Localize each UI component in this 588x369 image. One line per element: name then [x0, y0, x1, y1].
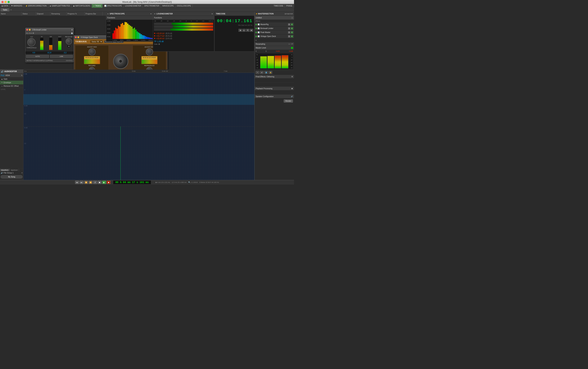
file-tab[interactable]: FILE — [1, 74, 4, 76]
vintage-close[interactable] — [75, 36, 77, 38]
master-bottom-icons: ≡ ⇌ 💧 🔒 — [255, 70, 294, 75]
brickwall-tool-1[interactable]: ≡ — [26, 32, 27, 34]
dc-icon: — — [1, 85, 3, 87]
envelope-tool[interactable]: 〜 Envelope — [0, 81, 23, 84]
link-button[interactable]: LINK — [50, 55, 73, 58]
waveform-tab[interactable]: Waveform — [0, 169, 10, 171]
loudness-menu[interactable]: ▼ — [211, 13, 213, 15]
tasks-close[interactable]: ✕ — [10, 9, 12, 11]
toolbar-tasks[interactable]: ✓ TASKS — [92, 4, 103, 8]
speaker-icon-btn[interactable]: 🔊 — [291, 95, 293, 97]
brickwall-bypass[interactable]: ◉ — [71, 29, 73, 31]
peak-e-btn[interactable]: E — [291, 31, 293, 33]
peak-effect-name: Peak Master — [260, 31, 287, 33]
play-btn[interactable]: ▶ — [102, 181, 106, 184]
water-icon-btn[interactable]: 💧 — [264, 71, 268, 74]
add-effect-btn[interactable]: + — [255, 39, 257, 42]
brickwall-active — [255, 28, 257, 29]
track-tab[interactable]: My Song — [1, 175, 22, 178]
brickwall-e-btn[interactable]: E — [291, 27, 293, 30]
col-elapsed: Elapsed — [36, 12, 50, 16]
repro-adjust-knob[interactable] — [146, 48, 153, 55]
list-icon-btn[interactable]: ≡ — [256, 71, 259, 74]
format-display: ℹ Stereo 32 bit F 44 100 Hz — [199, 181, 219, 183]
threshold-knob[interactable] — [27, 38, 35, 46]
toolbar-sampleattributes[interactable]: ◈ SAMPLEATTRIBUTES — [48, 4, 72, 8]
close-button[interactable] — [1, 1, 4, 3]
spec-close[interactable]: ✕ — [107, 13, 109, 15]
rewind-btn[interactable]: ⏪ — [84, 181, 88, 184]
masterrig-s-btn[interactable]: S — [288, 23, 290, 26]
masterrig-e-btn[interactable]: E — [291, 23, 293, 26]
brickwall-s-btn[interactable]: S — [288, 27, 290, 30]
toolbar-phase[interactable]: PHASE — [285, 4, 294, 8]
tc-up[interactable]: ▲ — [242, 29, 245, 32]
stop-btn[interactable]: ⏹ — [98, 181, 102, 184]
toolbar-loudnessmeter[interactable]: LOUDNESSMETER — [124, 4, 143, 8]
toolbar-data[interactable]: ▤ DATA — [0, 4, 10, 8]
toolbar-oscilloscope[interactable]: OSCILLOSCOPE — [175, 4, 192, 8]
tc-left[interactable]: ◀ — [239, 29, 242, 32]
lock-icon-btn[interactable]: 🔒 — [269, 71, 272, 74]
brickwall-save[interactable]: 💾 — [71, 32, 73, 34]
spectrum-tab[interactable]: Spectrum — [10, 169, 19, 171]
toolbar-errorcorrection[interactable]: ⚡ ERRORCORRECTION — [24, 4, 48, 8]
add-icon[interactable]: + — [21, 172, 22, 174]
prev-btn[interactable]: ⏭ — [79, 181, 84, 184]
minimize-button[interactable] — [4, 1, 7, 3]
file-group-1[interactable]: 🔊 File Group 1 + — [1, 172, 22, 174]
brickwall-close[interactable] — [26, 29, 28, 31]
resampling-label: Resampling — [256, 43, 265, 45]
toolbar-spectroscope[interactable]: 📊 SPECTROSCOPE — [103, 4, 124, 8]
gain-tool[interactable]: ▲ Gain — [0, 77, 23, 81]
gr-meter-fill — [49, 45, 52, 50]
maximize-button[interactable] — [8, 1, 10, 3]
toolbar-watchfolders[interactable]: ◉ WATCHFOLDERS — [72, 4, 92, 8]
forward-btn[interactable]: ⏩ — [88, 181, 93, 184]
vintage-e-btn[interactable]: E — [291, 35, 293, 38]
loudness-close[interactable]: ✕ — [154, 13, 156, 15]
toolbar-spectrometer[interactable]: SPECTROMETER — [143, 4, 161, 8]
toolbar-markers[interactable]: ⚑ MARKERS — [10, 4, 24, 8]
toolbar-timecode[interactable]: TIMECODE — [272, 4, 285, 8]
brickwall-tool-2[interactable]: ▷ — [28, 32, 29, 34]
release-knob[interactable] — [66, 38, 72, 44]
loop-btn[interactable]: ↺ — [93, 181, 97, 184]
view-tab[interactable]: VIEW — [5, 74, 10, 76]
peak-s-btn[interactable]: S — [288, 31, 290, 33]
brickwall-tool-3[interactable]: S — [29, 32, 30, 34]
tc-down[interactable]: ▼ — [246, 29, 249, 32]
functions-label[interactable]: Functions — [107, 17, 115, 19]
lufs-fill-2 — [173, 26, 213, 28]
playback-icon[interactable]: ▣ — [291, 88, 293, 89]
toolbar-wavescope[interactable]: WAVESCOPE — [161, 4, 175, 8]
tasks-tab[interactable]: Tasks — [1, 8, 9, 11]
preset1-select[interactable]: Swiss '85 — [90, 40, 103, 43]
spec-menu[interactable]: ▼ — [150, 13, 152, 15]
render-button[interactable]: Render — [284, 100, 293, 102]
brickwall-tool-4[interactable]: A — [31, 32, 32, 34]
effect-masterrig: 📊 MasterRig S E — [255, 22, 294, 27]
playhead — [120, 126, 121, 180]
vintage-s-btn[interactable]: S — [288, 35, 290, 38]
auto-button[interactable]: AUTO — [26, 55, 49, 58]
bitmeter-label[interactable]: BITMETER — [285, 13, 293, 15]
brickwall-graph-icon: 📊 — [258, 28, 260, 29]
link-icon-btn[interactable]: ⇌ — [260, 71, 264, 74]
refresh-icon[interactable]: ↻ — [21, 74, 22, 76]
loudness-functions-label[interactable]: Functions — [154, 17, 162, 19]
waveform-bg-lower — [23, 126, 255, 180]
brickwall-min[interactable] — [29, 29, 31, 31]
to-start-btn[interactable]: ⏮ — [75, 181, 79, 184]
tc-right[interactable]: ▶ — [250, 29, 253, 32]
record-adjust-knob[interactable] — [88, 48, 96, 55]
master-preset-arrows[interactable]: ⟨⟩ — [292, 17, 293, 19]
spectroscope-panel: ✕ SPECTROSCOPE ▼ Functions -12dB -24dB -… — [106, 12, 153, 42]
brickwall-tool-5[interactable]: ⚙ — [33, 32, 34, 34]
record-btn[interactable]: ⏺ — [107, 181, 110, 184]
vintage-min[interactable] — [78, 36, 79, 38]
final-effects-grid-icon[interactable]: ⊞ — [292, 76, 293, 77]
lufs-bar-1 — [154, 22, 213, 25]
remove-dc-tool[interactable]: — Remove DC Offset — [0, 84, 23, 88]
lu-dot-2 — [154, 35, 155, 36]
